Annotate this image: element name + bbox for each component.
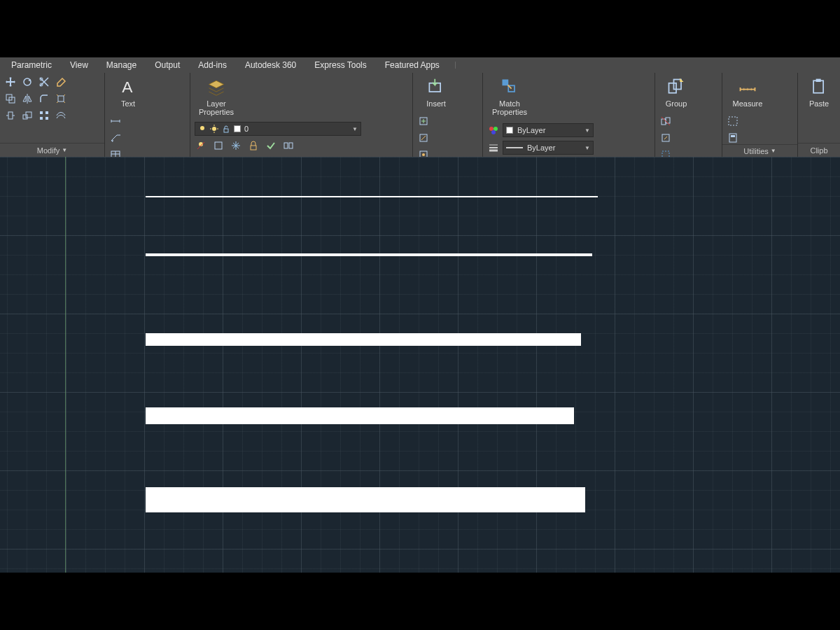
insert-button-label: Insert: [426, 99, 446, 108]
chevron-down-icon: ▼: [771, 148, 776, 154]
array-icon[interactable]: [38, 109, 50, 122]
lineweight-combo[interactable]: ByLayer▼: [503, 141, 594, 155]
drawn-line[interactable]: [146, 196, 598, 197]
tab-autodesk360[interactable]: Autodesk 360: [237, 59, 304, 71]
rotate-icon[interactable]: [21, 76, 34, 88]
sun-icon: [210, 122, 218, 135]
svg-rect-10: [46, 111, 48, 114]
measure-button[interactable]: Measure: [727, 76, 769, 108]
current-layer-name: 0: [244, 125, 248, 133]
panel-title-clipboard[interactable]: Clipb: [798, 143, 840, 157]
ungroup-icon[interactable]: [659, 115, 672, 127]
svg-point-15: [200, 126, 204, 130]
layer-freeze-icon[interactable]: [230, 139, 242, 152]
offset-icon[interactable]: [55, 109, 67, 122]
svg-rect-20: [251, 146, 256, 150]
drawn-line[interactable]: [146, 487, 585, 512]
layer-make-current-icon[interactable]: [265, 139, 277, 152]
text-button[interactable]: A Text: [109, 76, 147, 108]
panel-layers: Layer Properties 0 ▼: [190, 73, 413, 157]
tab-manage[interactable]: Manage: [98, 59, 145, 71]
drawn-line[interactable]: [146, 333, 581, 346]
match-properties-button[interactable]: Match Properties: [487, 76, 532, 116]
move-icon[interactable]: [4, 76, 17, 88]
tab-parametric[interactable]: Parametric: [3, 59, 60, 71]
copy-icon[interactable]: [4, 92, 17, 105]
insert-button[interactable]: Insert: [417, 76, 455, 108]
tab-express-tools[interactable]: Express Tools: [306, 59, 374, 71]
measure-button-label: Measure: [733, 99, 763, 108]
quick-calc-icon[interactable]: [727, 132, 739, 144]
tabs-overflow-icon[interactable]: [455, 62, 470, 69]
layer-off-icon[interactable]: [195, 139, 207, 152]
panel-annotation: A Text Annotation▼: [105, 73, 190, 157]
color-swatch: [506, 127, 513, 134]
svg-text:A: A: [122, 78, 133, 96]
svg-rect-49: [816, 79, 821, 82]
chevron-down-icon: ▼: [584, 127, 590, 134]
svg-rect-6: [8, 112, 13, 119]
select-all-icon[interactable]: [727, 115, 739, 127]
measure-icon: [736, 76, 759, 98]
color-combo[interactable]: ByLayer▼: [503, 123, 594, 137]
drawing-canvas[interactable]: [0, 157, 840, 573]
panel-clipboard: Paste Clipb: [798, 73, 840, 157]
paste-icon: [808, 76, 830, 98]
layer-match-icon[interactable]: [282, 139, 295, 152]
lineweight-icon[interactable]: [487, 141, 500, 154]
group-button-label: Group: [666, 99, 687, 108]
layer-lock-icon[interactable]: [247, 139, 260, 152]
svg-rect-12: [46, 117, 48, 120]
fillet-icon[interactable]: [38, 92, 50, 105]
panel-title-utilities[interactable]: Utilities▼: [722, 144, 797, 157]
scale-icon[interactable]: [21, 109, 34, 122]
color-icon[interactable]: [487, 124, 500, 136]
layer-isolate-icon[interactable]: [212, 139, 225, 152]
lock-open-icon: [222, 122, 230, 135]
app-frame: Parametric View Manage Output Add-ins Au…: [0, 57, 840, 573]
tab-addins[interactable]: Add-ins: [190, 59, 235, 71]
text-icon: A: [117, 76, 139, 98]
svg-point-33: [422, 153, 425, 156]
svg-rect-42: [666, 118, 670, 123]
erase-icon[interactable]: [55, 76, 67, 88]
layer-properties-icon: [205, 76, 227, 98]
paste-button-label: Paste: [809, 99, 829, 108]
panel-title-modify-label: Modify: [37, 146, 59, 155]
group-button[interactable]: Group: [659, 76, 693, 108]
match-properties-label: Match Properties: [492, 99, 527, 116]
layer-properties-button[interactable]: Layer Properties: [195, 76, 238, 116]
create-block-icon[interactable]: [417, 115, 430, 127]
explode-icon[interactable]: [55, 92, 67, 105]
lineweight-value: ByLayer: [527, 144, 555, 152]
svg-rect-5: [58, 96, 64, 102]
dimension-icon[interactable]: [109, 115, 122, 127]
mirror-icon[interactable]: [21, 92, 34, 105]
tab-featured-apps[interactable]: Featured Apps: [377, 59, 448, 71]
svg-rect-46: [729, 134, 736, 142]
svg-rect-17: [224, 129, 228, 132]
modify-tools: [4, 76, 100, 123]
svg-rect-34: [503, 80, 509, 86]
leader-icon[interactable]: [109, 132, 122, 144]
svg-rect-41: [662, 119, 666, 125]
paste-button[interactable]: Paste: [802, 76, 836, 108]
svg-point-38: [491, 130, 496, 134]
drawn-line[interactable]: [146, 253, 592, 256]
svg-point-0: [24, 78, 31, 85]
svg-rect-9: [40, 111, 43, 114]
drawn-line[interactable]: [146, 407, 574, 424]
group-edit-icon[interactable]: [659, 132, 672, 144]
svg-rect-7: [23, 115, 27, 119]
layer-color-swatch: [234, 125, 241, 132]
panel-title-modify[interactable]: Modify▼: [0, 143, 104, 157]
stretch-icon[interactable]: [4, 109, 17, 122]
chevron-down-icon: ▼: [584, 145, 590, 151]
tab-view[interactable]: View: [62, 59, 97, 71]
svg-point-36: [489, 127, 493, 131]
tab-output[interactable]: Output: [146, 59, 188, 71]
edit-block-icon[interactable]: [417, 132, 430, 144]
trim-icon[interactable]: [38, 76, 50, 88]
current-layer-combo[interactable]: 0 ▼: [195, 122, 361, 136]
lineweight-swatch: [506, 147, 523, 148]
